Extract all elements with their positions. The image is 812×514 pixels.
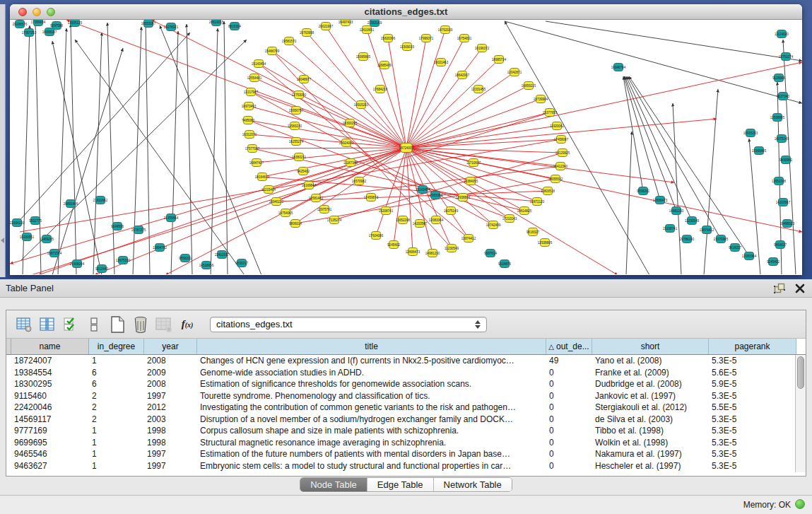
citation-edge-red[interactable] bbox=[388, 38, 406, 148]
graph-node-label: 16497433 bbox=[339, 21, 353, 24]
table-panel-card: f(x) citations_edges.txt namein_degreeye… bbox=[6, 310, 806, 477]
graph-node-label: 18055532 bbox=[548, 177, 563, 181]
graph-node-label: 21355864 bbox=[164, 216, 179, 220]
table-row[interactable]: 977716911998Corpus callosum shape and si… bbox=[6, 425, 806, 437]
graph-node-label: 15143454 bbox=[252, 62, 266, 66]
column-header-out_degree[interactable]: △out_de... bbox=[546, 339, 592, 354]
citation-edge-red[interactable] bbox=[251, 92, 406, 148]
cell-out_degree: 0 bbox=[546, 390, 592, 402]
cell-pagerank: 5.3E-5 bbox=[709, 390, 796, 402]
scrollbar-thumb[interactable] bbox=[797, 356, 804, 389]
cell-pagerank: 5.3E-5 bbox=[709, 437, 796, 449]
citation-edge-black[interactable] bbox=[546, 21, 802, 61]
close-panel-icon[interactable] bbox=[795, 284, 805, 293]
graph-node-label: 18724007 bbox=[399, 146, 414, 150]
citation-edge-red[interactable] bbox=[406, 148, 548, 191]
citation-edge-black[interactable] bbox=[704, 89, 718, 274]
citation-edge-black[interactable] bbox=[35, 23, 41, 274]
citation-edge-red[interactable] bbox=[249, 134, 406, 148]
table-columns-icon[interactable] bbox=[37, 314, 58, 335]
citation-edge-red[interactable] bbox=[151, 20, 406, 148]
table-row[interactable]: 969969511998Structural magnetic resonanc… bbox=[6, 437, 806, 449]
graph-node-label: 16169847 bbox=[302, 184, 317, 187]
citation-edge-black[interactable] bbox=[187, 24, 192, 274]
table-row[interactable]: 946554611997Estimation of the future num… bbox=[6, 448, 806, 460]
cell-in_degree: 6 bbox=[89, 367, 144, 379]
graph-node-label: 15995805 bbox=[752, 149, 767, 153]
cell-name: 9777169 bbox=[11, 425, 89, 437]
cell-name: 14569117 bbox=[11, 414, 89, 426]
citation-edge-black[interactable] bbox=[211, 28, 218, 274]
column-header-pagerank[interactable]: pagerank bbox=[709, 339, 796, 354]
tab-edge-table[interactable]: Edge Table bbox=[367, 478, 434, 491]
graph-node-label: 10739904 bbox=[534, 98, 548, 101]
graph-node-label: 14702039 bbox=[438, 28, 453, 32]
cell-title: Embryonic stem cells: a model to study s… bbox=[197, 460, 546, 472]
rows-icon[interactable] bbox=[83, 314, 105, 335]
column-header-title[interactable]: title bbox=[197, 339, 546, 354]
table-row[interactable]: 1456911722003Disruption of a novel membe… bbox=[6, 414, 806, 426]
tab-network-table[interactable]: Network Table bbox=[434, 478, 512, 491]
column-header-gutter[interactable] bbox=[6, 339, 11, 354]
graph-node-label: 12938805 bbox=[770, 116, 785, 119]
graph-node-label: 11230549 bbox=[685, 219, 700, 223]
table-row[interactable]: 1830029562008Estimation of significance … bbox=[6, 378, 806, 390]
citation-edge-black[interactable] bbox=[75, 40, 245, 274]
table-disabled-icon bbox=[153, 314, 175, 335]
graph-node-label: 10763998 bbox=[300, 31, 314, 35]
table-row[interactable]: 911546021997Tourette syndrome. Phenomeno… bbox=[6, 390, 806, 402]
citation-edge-black[interactable] bbox=[673, 103, 681, 274]
graph-node-label: 14981230 bbox=[669, 209, 684, 213]
vertical-scrollbar[interactable] bbox=[795, 355, 806, 472]
graph-node-label: 14518956 bbox=[199, 264, 214, 267]
cell-year: 2003 bbox=[144, 414, 197, 426]
citation-edge-black[interactable] bbox=[505, 21, 802, 103]
trash-icon[interactable] bbox=[130, 314, 151, 335]
tab-node-table[interactable]: Node Table bbox=[300, 478, 367, 491]
graph-node-label: 9830952 bbox=[779, 158, 792, 162]
graph-node-label: 16075149 bbox=[775, 137, 789, 141]
citation-edge-black[interactable] bbox=[626, 132, 632, 274]
citation-edge-black[interactable] bbox=[625, 76, 676, 211]
citation-edge-black[interactable] bbox=[133, 27, 141, 274]
table-row[interactable]: 2242004622012Investigating the contribut… bbox=[6, 402, 806, 414]
citation-edge-red[interactable] bbox=[406, 38, 464, 148]
column-header-name[interactable]: name bbox=[11, 339, 89, 354]
table-select-dropdown[interactable]: citations_edges.txt bbox=[210, 317, 487, 332]
table-row[interactable]: 1938455462009Genome-wide association stu… bbox=[6, 367, 806, 379]
new-document-icon[interactable] bbox=[107, 314, 128, 335]
citation-edge-black[interactable] bbox=[505, 21, 649, 274]
citation-edge-black[interactable] bbox=[58, 28, 66, 274]
cell-pagerank: 5.3E-5 bbox=[709, 425, 796, 437]
graph-node-label: 16958107 bbox=[42, 30, 57, 34]
table-row[interactable]: 1872400712008Changes of HCN gene express… bbox=[6, 355, 806, 367]
citation-edge-red[interactable] bbox=[257, 148, 406, 163]
citation-edge-red[interactable] bbox=[20, 139, 561, 232]
graph-node-label: 9244506 bbox=[111, 225, 124, 228]
network-canvas[interactable]: 2020657617359934909758813505135179572531… bbox=[10, 20, 802, 274]
table-body: 1872400712008Changes of HCN gene express… bbox=[6, 355, 806, 472]
citation-edge-black[interactable] bbox=[52, 48, 123, 274]
citation-edge-red[interactable] bbox=[406, 148, 674, 182]
panel-collapse-arrow-icon[interactable] bbox=[1, 238, 4, 243]
graph-node-label: 14203567 bbox=[776, 201, 791, 204]
citation-edge-black[interactable] bbox=[107, 23, 114, 274]
citation-edge-red[interactable] bbox=[406, 148, 618, 274]
citation-edge-red[interactable] bbox=[252, 148, 406, 148]
network-window-titlebar[interactable]: citations_edges.txt bbox=[10, 4, 802, 20]
table-settings-icon[interactable] bbox=[13, 314, 35, 335]
column-header-in_degree[interactable]: in_degree bbox=[89, 339, 144, 354]
graph-node-label: 17604086 bbox=[369, 234, 384, 238]
table-row[interactable]: 946362711997Embryonic stem cells: a mode… bbox=[6, 460, 806, 472]
column-header-year[interactable]: year bbox=[144, 339, 197, 354]
graph-node-label: 12083364 bbox=[742, 255, 757, 258]
graph-node-label: 17359934 bbox=[31, 21, 46, 24]
column-header-short[interactable]: short bbox=[592, 339, 709, 354]
citation-edge-red[interactable] bbox=[406, 72, 514, 148]
citation-edge-red[interactable] bbox=[66, 20, 406, 148]
citation-edge-black[interactable] bbox=[629, 76, 749, 256]
row-checks-icon[interactable] bbox=[60, 314, 81, 335]
float-panel-icon[interactable] bbox=[774, 283, 785, 294]
function-icon[interactable]: f(x) bbox=[177, 314, 198, 335]
memory-status-icon[interactable] bbox=[795, 499, 805, 509]
